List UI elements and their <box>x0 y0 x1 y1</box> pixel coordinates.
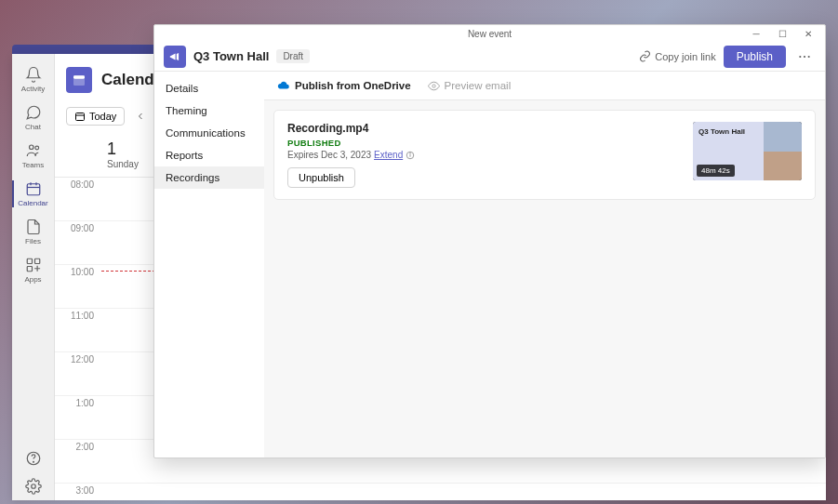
chat-icon <box>25 104 42 121</box>
event-header: Q3 Town Hall Draft Copy join link Publis… <box>154 42 825 72</box>
nav-theming[interactable]: Theming <box>154 99 264 122</box>
recording-status: PUBLISHED <box>287 138 693 148</box>
help-icon <box>25 450 42 467</box>
unpublish-button[interactable]: Unpublish <box>287 167 355 188</box>
event-sidebar: Details Theming Communications Reports R… <box>154 72 264 458</box>
calendar-app-icon <box>66 67 92 93</box>
extend-link[interactable]: Extend <box>374 150 403 160</box>
eye-icon <box>428 80 440 92</box>
app-rail: Activity Chat Teams Calendar Files Apps <box>12 54 55 500</box>
svg-point-16 <box>799 55 801 57</box>
recording-info: Recording.mp4 PUBLISHED Expires Dec 3, 2… <box>287 122 693 188</box>
megaphone-icon <box>164 46 186 68</box>
svg-point-19 <box>432 84 434 86</box>
new-event-window: New event ─ ☐ ✕ Q3 Town Hall Draft Copy … <box>153 24 826 458</box>
prev-button[interactable] <box>130 106 151 126</box>
nav-recordings[interactable]: Recordings <box>154 166 264 189</box>
window-titlebar[interactable]: New event ─ ☐ ✕ <box>154 25 825 42</box>
time-label: 1:00 <box>55 396 101 439</box>
time-label: 3:00 <box>55 484 101 500</box>
time-label: 12:00 <box>55 352 101 395</box>
tab-preview-email[interactable]: Preview email <box>428 80 512 92</box>
event-body: Details Theming Communications Reports R… <box>154 72 825 458</box>
recording-card: Recording.mp4 PUBLISHED Expires Dec 3, 2… <box>273 110 816 200</box>
draft-badge: Draft <box>276 49 310 63</box>
recording-thumbnail[interactable]: Q3 Town Hall 48m 42s <box>693 122 802 180</box>
nav-details[interactable]: Details <box>154 77 264 99</box>
event-content: Publish from OneDrive Preview email Reco… <box>264 72 825 458</box>
svg-rect-8 <box>27 267 32 272</box>
rail-label: Activity <box>21 85 45 93</box>
rail-activity[interactable]: Activity <box>12 60 55 99</box>
recording-filename: Recording.mp4 <box>287 122 693 135</box>
svg-point-22 <box>410 153 411 153</box>
close-button[interactable]: ✕ <box>795 25 821 42</box>
thumbnail-face <box>764 152 802 181</box>
rail-label: Calendar <box>18 199 47 207</box>
svg-rect-7 <box>34 259 39 263</box>
rail-chat[interactable]: Chat <box>12 99 55 137</box>
chevron-left-icon <box>135 111 146 122</box>
svg-point-18 <box>808 55 810 57</box>
svg-point-10 <box>33 461 33 462</box>
time-label: 08:00 <box>55 178 101 220</box>
teams-icon <box>25 142 42 159</box>
minimize-button[interactable]: ─ <box>743 25 769 42</box>
svg-rect-13 <box>73 75 85 78</box>
files-icon <box>25 219 42 235</box>
svg-rect-2 <box>27 184 40 195</box>
tab-publish-onedrive[interactable]: Publish from OneDrive <box>277 79 411 92</box>
calendar-small-icon <box>74 111 86 122</box>
more-options-button[interactable] <box>793 46 816 68</box>
time-label: 09:00 <box>55 221 101 264</box>
link-icon <box>639 50 651 62</box>
thumbnail-title: Q3 Town Hall <box>698 127 758 137</box>
thumbnail-face <box>764 122 802 152</box>
today-button[interactable]: Today <box>66 107 125 126</box>
event-title: Q3 Town Hall <box>193 49 269 63</box>
rail-help[interactable] <box>12 444 55 472</box>
info-icon[interactable] <box>406 151 415 160</box>
recording-expires: Expires Dec 3, 2023 Extend <box>287 150 693 160</box>
cloud-icon <box>277 79 290 92</box>
nav-reports[interactable]: Reports <box>154 144 264 166</box>
tab-strip: Publish from OneDrive Preview email <box>264 72 825 100</box>
time-label: 2:00 <box>55 440 101 483</box>
svg-point-1 <box>34 146 38 150</box>
rail-settings[interactable] <box>12 472 55 500</box>
svg-point-17 <box>804 55 805 57</box>
gear-icon <box>25 478 42 495</box>
rail-files[interactable]: Files <box>12 213 55 251</box>
calendar-icon <box>25 180 42 197</box>
publish-button[interactable]: Publish <box>724 46 786 68</box>
time-label: 10:00 <box>55 265 101 308</box>
maximize-button[interactable]: ☐ <box>769 25 795 42</box>
rail-label: Files <box>25 237 41 245</box>
rail-label: Teams <box>22 161 45 169</box>
apps-icon <box>25 257 42 273</box>
svg-point-0 <box>29 145 33 150</box>
svg-point-11 <box>31 484 35 489</box>
window-title: New event <box>468 29 512 39</box>
time-label: 11:00 <box>55 309 101 351</box>
rail-label: Chat <box>25 123 41 131</box>
rail-teams[interactable]: Teams <box>12 137 55 175</box>
nav-communications[interactable]: Communications <box>154 122 264 144</box>
rail-label: Apps <box>24 275 41 284</box>
svg-rect-14 <box>76 113 85 121</box>
bell-icon <box>25 66 42 83</box>
rail-apps[interactable]: Apps <box>12 251 55 289</box>
more-horizontal-icon <box>797 49 812 64</box>
copy-join-link-button[interactable]: Copy join link <box>639 50 715 62</box>
rail-calendar[interactable]: Calendar <box>12 175 55 213</box>
thumbnail-duration: 48m 42s <box>697 165 735 177</box>
svg-rect-6 <box>27 259 32 263</box>
